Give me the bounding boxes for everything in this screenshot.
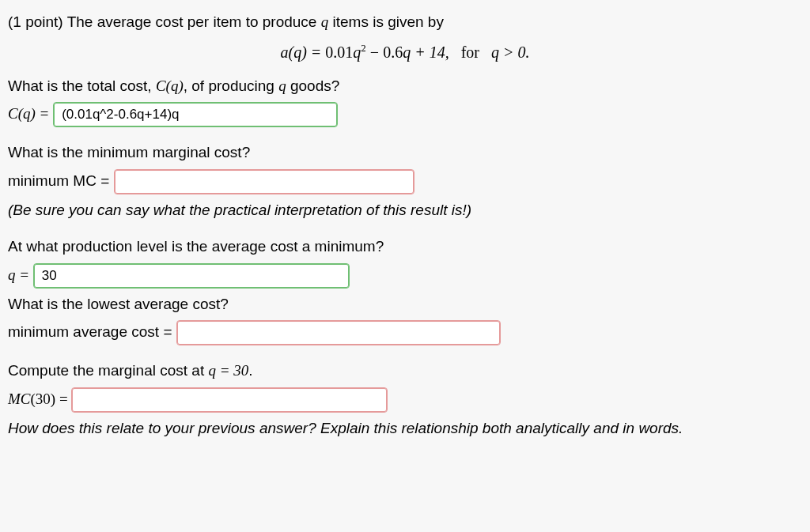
problem-intro: (1 point) The average cost per item to p…: [8, 11, 802, 34]
q-level-input[interactable]: [33, 263, 350, 289]
eq-cond: q > 0.: [491, 43, 530, 61]
total-cost-input[interactable]: [53, 102, 338, 127]
eq-term2: q + 14,: [403, 43, 449, 61]
q1-text-c: goods?: [286, 77, 340, 94]
q2-text: What is the minimum marginal cost?: [8, 144, 250, 160]
q1-text-a: What is the total cost,: [8, 77, 156, 94]
points-text: (1 point) The average cost per item to p…: [8, 13, 321, 30]
q2-hint: (Be sure you can say what the practical …: [8, 199, 802, 222]
q5-footer: How does this relate to your previous an…: [8, 417, 802, 440]
question-mc30: Compute the marginal cost at q = 30.: [8, 360, 802, 383]
answer-row-total-cost: C(q) =: [8, 102, 802, 127]
min-mc-field[interactable]: [121, 171, 407, 193]
q5-dot: .: [248, 362, 252, 379]
eq-for: for: [461, 43, 479, 61]
q5-lhs: MC(30) =: [8, 391, 71, 407]
eq-lhs: a(q) =: [281, 43, 326, 61]
question-min-avg-level: At what production level is the average …: [8, 236, 802, 258]
q-level-field[interactable]: [40, 265, 343, 287]
eq-q1: q: [353, 43, 361, 61]
answer-row-mc30: MC(30) =: [8, 387, 802, 413]
q3-lhs: q =: [8, 266, 33, 283]
q1-lhs: C(q) =: [8, 105, 53, 122]
lowest-avg-input[interactable]: [176, 320, 501, 345]
q5-text-a: Compute the marginal cost at: [8, 362, 208, 379]
q1-q: q: [278, 77, 286, 94]
q4-lhs: minimum average cost =: [8, 323, 176, 340]
q2-lhs: minimum MC =: [8, 172, 114, 189]
eq-minus: −: [366, 43, 383, 61]
q1-text-b: , of producing: [184, 77, 278, 94]
question-total-cost: What is the total cost, C(q), of produci…: [8, 75, 802, 98]
lowest-avg-field[interactable]: [184, 322, 494, 344]
question-lowest-avg: What is the lowest average cost?: [8, 293, 802, 316]
eq-coef1: 0.01: [325, 43, 353, 61]
min-mc-input[interactable]: [114, 169, 414, 194]
q5-cond: q = 30: [208, 362, 248, 379]
mc30-input[interactable]: [71, 387, 388, 413]
intro-after: items is given by: [328, 13, 444, 30]
answer-row-min-mc: minimum MC =: [8, 169, 802, 194]
given-equation: a(q) = 0.01q2 − 0.6q + 14, for q > 0.: [8, 40, 802, 64]
variable-q: q: [321, 13, 329, 30]
q3-text: At what production level is the average …: [8, 238, 384, 255]
question-min-mc: What is the minimum marginal cost?: [8, 141, 802, 164]
q1-Cq: C(q): [156, 77, 184, 94]
answer-row-lowest-avg: minimum average cost =: [8, 320, 802, 345]
answer-row-q-level: q =: [8, 263, 802, 289]
total-cost-field[interactable]: [60, 104, 331, 126]
eq-coef2: 0.6: [383, 43, 403, 61]
q4-text: What is the lowest average cost?: [8, 296, 229, 312]
mc30-field[interactable]: [78, 389, 380, 411]
